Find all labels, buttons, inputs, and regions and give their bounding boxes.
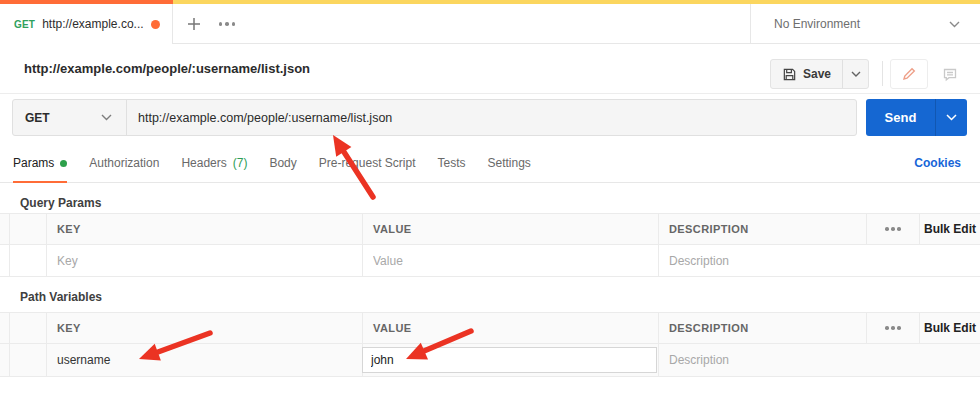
tab-pre-request-script[interactable]: Pre-request Script	[319, 144, 416, 183]
more-actions-icon	[885, 326, 889, 330]
tab-settings[interactable]: Settings	[488, 144, 531, 183]
cookies-link[interactable]: Cookies	[914, 144, 961, 183]
new-tab-button[interactable]	[179, 4, 209, 44]
headers-count: (7)	[233, 156, 248, 170]
save-button[interactable]: Save	[771, 60, 842, 88]
environment-value: No Environment	[774, 17, 860, 31]
path-value-input[interactable]	[362, 347, 657, 373]
tab-options-button[interactable]	[211, 4, 243, 44]
send-button[interactable]: Send	[866, 99, 935, 136]
save-label: Save	[803, 67, 831, 81]
query-params-title: Query Params	[20, 196, 101, 210]
path-variable-row	[0, 344, 980, 377]
more-actions-icon	[885, 227, 889, 231]
ellipsis-icon	[219, 22, 223, 26]
request-title: http://example.com/people/:username/list…	[24, 44, 310, 94]
chevron-down-icon	[851, 71, 861, 77]
row-select-strip	[0, 344, 10, 376]
params-active-dot	[60, 160, 67, 167]
chevron-down-icon	[949, 21, 960, 28]
send-label: Send	[885, 110, 917, 125]
row-handle-cell	[10, 313, 47, 343]
col-description: DESCRIPTION	[669, 223, 749, 235]
request-subtabs: Params Authorization Headers (7) Body Pr…	[0, 144, 980, 183]
tab-params-label: Params	[13, 156, 54, 170]
col-value: VALUE	[373, 322, 411, 334]
send-options-button[interactable]	[935, 99, 967, 136]
query-value-input[interactable]	[373, 254, 658, 268]
tab-headers[interactable]: Headers (7)	[181, 144, 247, 183]
path-description-input[interactable]	[669, 353, 980, 367]
send-split-button: Send	[866, 99, 967, 136]
column-options-button[interactable]	[867, 214, 920, 244]
postman-request-view: GET http://example.co... No Environment …	[0, 0, 980, 409]
bulk-edit-button[interactable]: Bulk Edit	[920, 313, 980, 343]
comment-icon	[942, 67, 958, 82]
chevron-down-icon	[946, 114, 957, 121]
edit-button[interactable]	[890, 59, 928, 89]
unsaved-changes-dot	[151, 20, 160, 29]
chevron-down-icon	[101, 114, 112, 121]
row-select-strip	[0, 245, 10, 276]
col-description: DESCRIPTION	[669, 322, 749, 334]
column-options-button[interactable]	[867, 313, 920, 343]
row-handle-cell	[10, 245, 47, 276]
plus-icon	[187, 17, 201, 31]
request-tab-bar: GET http://example.co... No Environment	[0, 0, 980, 44]
path-variables-header-row: KEY VALUE DESCRIPTION Bulk Edit	[0, 312, 980, 344]
path-key-input[interactable]	[57, 353, 362, 367]
url-bar: GET	[12, 99, 857, 136]
active-tab-indicator	[13, 181, 67, 183]
query-key-input[interactable]	[57, 254, 362, 268]
save-split-button: Save	[770, 59, 869, 89]
query-description-input[interactable]	[669, 254, 980, 268]
path-variables-title: Path Variables	[20, 290, 102, 304]
col-key: KEY	[57, 223, 81, 235]
tab-params[interactable]: Params	[13, 144, 67, 183]
request-tab-active[interactable]: GET http://example.co...	[0, 4, 173, 44]
active-tab-accent	[0, 0, 173, 4]
col-key: KEY	[57, 322, 81, 334]
query-params-empty-row	[0, 245, 980, 277]
row-handle-cell	[10, 344, 47, 376]
header-divider	[882, 61, 883, 86]
query-params-header-row: KEY VALUE DESCRIPTION Bulk Edit	[0, 213, 980, 245]
row-select-strip	[0, 313, 10, 343]
comment-button[interactable]	[932, 59, 968, 89]
save-icon	[782, 67, 797, 82]
method-dropdown[interactable]: GET	[13, 100, 127, 135]
method-value: GET	[25, 111, 50, 125]
tab-authorization[interactable]: Authorization	[89, 144, 159, 183]
row-handle-cell	[10, 214, 47, 244]
col-value: VALUE	[373, 223, 411, 235]
tab-body[interactable]: Body	[269, 144, 296, 183]
environment-selector[interactable]: No Environment	[750, 4, 980, 44]
pencil-icon	[901, 66, 917, 82]
url-input[interactable]	[127, 100, 856, 135]
tab-title: http://example.co...	[42, 17, 144, 31]
tab-tests[interactable]: Tests	[437, 144, 465, 183]
bulk-edit-button[interactable]: Bulk Edit	[920, 214, 980, 244]
row-select-strip	[0, 214, 10, 244]
tab-method-label: GET	[14, 19, 35, 30]
save-options-button[interactable]	[842, 60, 868, 88]
